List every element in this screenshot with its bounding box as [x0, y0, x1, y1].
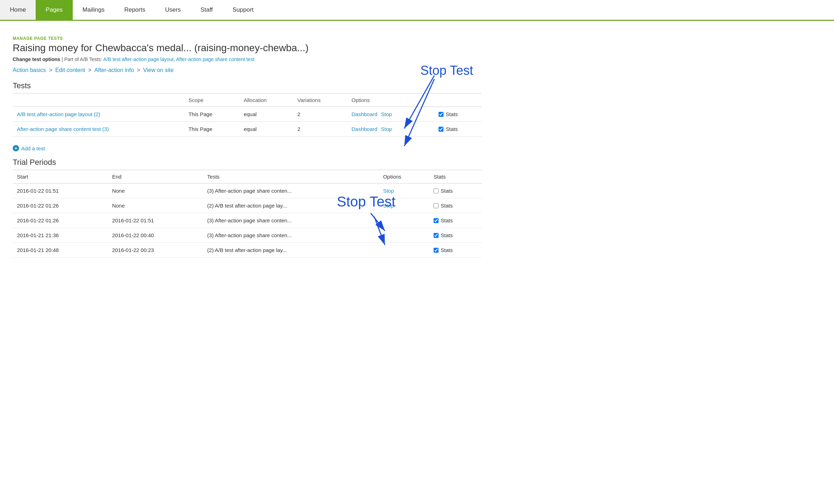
test-row-0: A/B test after-action page layout (2) Th… [13, 107, 482, 122]
test-option-0-1[interactable]: Stop [381, 111, 392, 117]
add-test-label: Add a test [21, 145, 45, 151]
test-row-1: After-action page share content test (3)… [13, 122, 482, 137]
test-variations-1: 2 [293, 122, 347, 137]
trial-stats-check-4[interactable] [434, 248, 439, 253]
test-variations-0: 2 [293, 107, 347, 122]
trial-stats-label-1: Stats [441, 203, 453, 209]
breadcrumb: Action basics > Edit content > After-act… [13, 67, 482, 73]
test-stats-label-0: Stats [446, 111, 458, 117]
trial-tests-4: (2) A/B test after-action page lay... [203, 243, 379, 258]
col-name [13, 94, 184, 107]
col-scope: Scope [184, 94, 239, 107]
nav-support[interactable]: Support [223, 0, 264, 20]
tests-section: Tests Scope Allocation Variations Option… [13, 81, 482, 137]
trial-stats-check-2[interactable] [434, 218, 439, 223]
trial-stats-check-1[interactable] [434, 203, 439, 208]
trial-option-0-0[interactable]: Stop [383, 188, 394, 194]
trial-stats-label-2: Stats [441, 217, 453, 223]
trial-col-end: End [108, 170, 203, 184]
test-option-1-1[interactable]: Stop [381, 126, 392, 132]
trial-col-stats: Stats [429, 170, 482, 184]
trial-stats-check-3[interactable] [434, 233, 439, 238]
trial-table: Start End Tests Options Stats 2016-01-22… [13, 170, 482, 258]
breadcrumb-after-action-info[interactable]: After-action info [94, 67, 134, 73]
trial-row-1: 2016-01-22 01:26 None (2) A/B test after… [13, 198, 482, 213]
trial-col-tests: Tests [203, 170, 379, 184]
add-test-button[interactable]: + Add a test [13, 145, 482, 151]
breadcrumb-edit-content[interactable]: Edit content [55, 67, 85, 73]
trial-stats-label-3: Stats [441, 232, 453, 238]
change-test-options-link[interactable]: Change test options [13, 56, 60, 62]
trial-start-3: 2016-01-21 21:36 [13, 228, 108, 243]
col-variations: Variations [293, 94, 347, 107]
trial-option-1-0[interactable]: Stop [383, 203, 394, 209]
share-content-test-link[interactable]: After-action page share content test [176, 56, 255, 62]
trial-stats-check-0[interactable] [434, 188, 439, 193]
manage-label: MANAGE PAGE TESTS [13, 36, 63, 41]
trial-title: Trial Periods [13, 158, 482, 170]
trial-tests-3: (3) After-action page share conten... [203, 228, 379, 243]
col-stats [434, 94, 482, 107]
trial-start-0: 2016-01-22 01:51 [13, 184, 108, 198]
test-stats-label-1: Stats [446, 126, 458, 132]
breadcrumb-view-on-site[interactable]: View on site [143, 67, 174, 73]
test-scope-0: This Page [184, 107, 239, 122]
nav-staff[interactable]: Staff [191, 0, 223, 20]
test-stats-check-1[interactable] [439, 127, 443, 132]
nav-pages[interactable]: Pages [36, 0, 72, 20]
main-nav: Home Pages Mailings Reports Users Staff … [0, 0, 834, 21]
test-option-1-0[interactable]: Dashboard [351, 126, 377, 132]
trial-end-2: 2016-01-22 01:51 [108, 213, 203, 228]
trial-tests-0: (3) After-action page share conten... [203, 184, 379, 198]
trial-start-2: 2016-01-22 01:26 [13, 213, 108, 228]
trial-section: Trial Periods Start End Tests Options St… [13, 158, 482, 258]
trial-row-3: 2016-01-21 21:36 2016-01-22 00:40 (3) Af… [13, 228, 482, 243]
nav-reports[interactable]: Reports [114, 0, 155, 20]
nav-mailings[interactable]: Mailings [73, 0, 114, 20]
trial-start-1: 2016-01-22 01:26 [13, 198, 108, 213]
trial-tests-1: (2) A/B test after-action page lay... [203, 198, 379, 213]
nav-home[interactable]: Home [0, 0, 36, 20]
trial-col-start: Start [13, 170, 108, 184]
test-option-0-0[interactable]: Dashboard [351, 111, 377, 117]
tests-table-header: Scope Allocation Variations Options [13, 94, 482, 107]
trial-stats-label-4: Stats [441, 247, 453, 253]
trial-table-header: Start End Tests Options Stats [13, 170, 482, 184]
trial-end-4: 2016-01-22 00:23 [108, 243, 203, 258]
trial-end-3: 2016-01-22 00:40 [108, 228, 203, 243]
ab-test-layout-link[interactable]: A/B test after-action page layout [103, 56, 173, 62]
test-name-link-0[interactable]: A/B test after-action page layout (2) [17, 111, 100, 117]
nav-users[interactable]: Users [155, 0, 190, 20]
page-title: Raising money for Chewbacca's medal... (… [13, 42, 482, 54]
trial-row-0: 2016-01-22 01:51 None (3) After-action p… [13, 184, 482, 198]
trial-col-options: Options [379, 170, 429, 184]
test-stats-check-0[interactable] [439, 112, 443, 117]
main-content: MANAGE PAGE TESTS Raising money for Chew… [0, 21, 494, 266]
trial-end-1: None [108, 198, 203, 213]
plus-icon: + [13, 145, 19, 151]
tests-title: Tests [13, 81, 482, 94]
test-name-link-1[interactable]: After-action page share content test (3) [17, 126, 109, 132]
trial-end-0: None [108, 184, 203, 198]
trial-tests-2: (3) After-action page share conten... [203, 213, 379, 228]
test-allocation-0: equal [239, 107, 293, 122]
trial-row-4: 2016-01-21 20:48 2016-01-22 00:23 (2) A/… [13, 243, 482, 258]
test-allocation-1: equal [239, 122, 293, 137]
test-scope-1: This Page [184, 122, 239, 137]
tests-table: Scope Allocation Variations Options A/B … [13, 94, 482, 137]
breadcrumb-action-basics[interactable]: Action basics [13, 67, 46, 73]
trial-start-4: 2016-01-21 20:48 [13, 243, 108, 258]
subtitle: Change test options | Part of A/B Tests:… [13, 56, 482, 62]
col-allocation: Allocation [239, 94, 293, 107]
trial-stats-label-0: Stats [441, 188, 453, 194]
trial-row-2: 2016-01-22 01:26 2016-01-22 01:51 (3) Af… [13, 213, 482, 228]
col-options: Options [347, 94, 434, 107]
